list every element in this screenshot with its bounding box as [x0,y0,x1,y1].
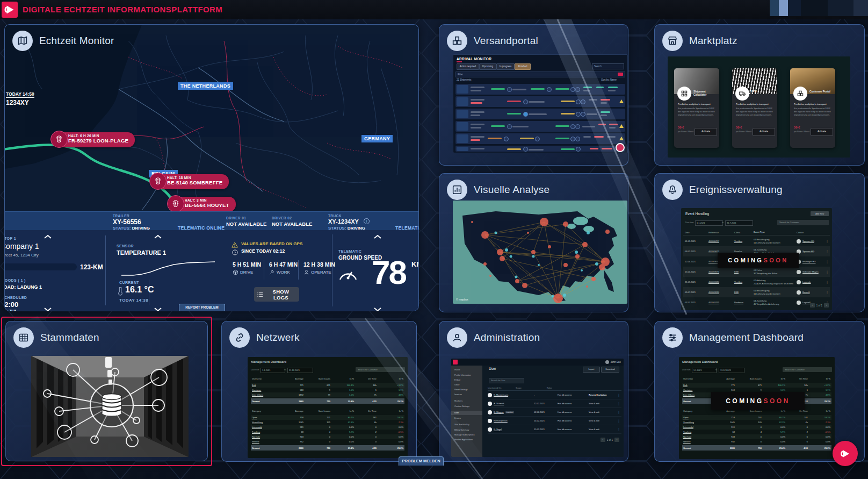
tab-finished[interactable]: Finished [515,63,531,70]
table-row[interactable]: Bulk771671100.1%34h+1.2% [251,383,404,388]
tile-administration[interactable]: Administration John Doe Home Profile Inf… [439,321,628,462]
table-row[interactable]: Vermittlung104510562.3%4h-7.3% [682,420,831,425]
table-row[interactable]: Inter Others1872791.5%7h4.8% [251,392,404,397]
tab-action-required[interactable]: Action required [457,63,479,70]
activate-button[interactable]: Activate [695,128,717,136]
table-row[interactable]: Open71820180.7%18118.3% [251,415,404,420]
app-card-ptv[interactable]: PTV Predictive analytics in transport Fü… [732,68,777,148]
table-row[interactable]: Container51891.0%11.1% [251,388,404,392]
chevron-down-icon[interactable] [154,304,162,311]
search-input[interactable]: Search for User [489,378,524,383]
kebab-menu-icon[interactable]: ⋮ [617,410,621,414]
chevron-down-icon[interactable] [44,304,52,311]
search-input[interactable]: Search for Customer [777,220,829,225]
tile-management-dashboard[interactable]: Management Dashboard Management Dashboar… [654,321,865,462]
event-row[interactable]: 21.05.2021400003680Vestibus02 Abholung20… [683,277,830,287]
pagination[interactable]: ‹1 of 1› [810,303,829,308]
stop-badge[interactable]: HALT: 18 MIN BE-5140 SOMBREFFE [151,174,229,189]
shipment-row[interactable] [455,133,625,144]
import-button[interactable]: Import [583,367,600,373]
user-row[interactable]: B. Wagnerinactive02.02.2021Has db access… [488,408,621,417]
tab-upcoming[interactable]: Upcoming [479,63,496,70]
search-input[interactable]: Search for Customer [356,367,405,372]
chevron-down-icon[interactable] [373,304,382,311]
admin-screenshot[interactable]: John Doe Home Profile Information E-Mail… [451,359,624,457]
notification-badge[interactable] [616,143,625,152]
table-row[interactable]: Normale94300.0%00.0% [251,434,404,439]
kebab-menu-icon[interactable]: ⋮ [617,419,621,423]
filter-bar[interactable]: Filter [455,72,625,77]
kebab-menu-icon[interactable]: ⋮ [617,402,621,405]
activate-button[interactable]: Activate [811,128,833,136]
tile-marktplatz[interactable]: Marktplatz Shipment Calculator Predictiv… [654,24,865,166]
tile-ereignissverwaltung[interactable]: Ereignissverwaltung Event Handling Add N… [654,173,865,312]
filter-icon[interactable] [618,73,623,76]
kebab-menu-icon[interactable]: ⋮ [826,249,830,253]
kebab-menu-icon[interactable]: ⋮ [826,290,830,294]
tile-stammdaten[interactable]: Stammdaten [5,321,208,461]
event-row[interactable]: 01.01.2021400000297Vestibus01 Beauftragu… [683,236,830,246]
app-card-customer-portal[interactable]: Customer Portal Predictive analytics in … [790,68,835,148]
show-logs-button[interactable]: SHOW LOGS [254,287,299,302]
shipment-row[interactable] [455,84,625,95]
date-from-input[interactable]: 1.1.2021 [692,368,717,373]
activate-button[interactable]: Activate [753,128,775,136]
info-icon[interactable]: i [364,218,370,224]
stop-badge[interactable]: HALT: 6 H 26 MIN FR-59279 LOON-PLAGE [52,132,135,147]
kebab-menu-icon[interactable]: ⋮ [826,260,830,263]
event-row[interactable]: 05.07.2021400003810BSB01 Beauftragung11 … [683,287,830,297]
shipment-row[interactable] [455,96,625,107]
sort-control[interactable]: Sort by: Name [601,78,617,81]
table-row[interactable]: Intermodal91900.0%00.0% [251,425,404,430]
app-card-shipment-calculator[interactable]: Shipment Calculator Predictive analytics… [674,68,719,148]
search-input[interactable]: Search [592,63,624,69]
event-row[interactable]: 15.04.2021400003671BSB03 Fähre30 Verspät… [683,267,830,277]
report-problem-button[interactable]: REPORT PROBLEM [179,304,225,311]
user-menu[interactable]: John Doe [605,360,621,364]
date-to-input[interactable]: 31.12.2021 [287,368,313,373]
tile-versandportal[interactable]: Versandportal ARRIVAL MONITOR Action req… [439,24,628,166]
date-from-input[interactable]: 1.1.2021 [261,368,285,373]
event-row[interactable]: 07.07.2021400003155Bordeaux04 Zustellung… [683,297,830,308]
shipment-row[interactable] [455,109,625,119]
user-row[interactable]: K. Vogel15.02.2021Has db accessView & ed… [488,425,621,434]
chevron-up-icon[interactable] [44,231,52,241]
management-dashboard-screenshot[interactable]: Management Dashboard Date from 1.1.2021 … [248,357,408,458]
tile-visuelle-analyse[interactable]: Visuelle Analyse © mapbox [439,173,628,312]
shipment-row[interactable] [455,146,625,152]
tile-echtzeit-monitor[interactable]: TODAY 14:50 1234XY THE NETHERLANDS BELGI… [4,24,419,311]
stop-badge[interactable]: HALT: 3 MIN BE-5564 HOUYET [169,197,236,212]
date-to-input[interactable]: 31.12.2021 [719,368,744,373]
table-row[interactable]: Weitere93200.0%00.0% [682,439,831,444]
table-row[interactable]: Open71820180.7%18118.3% [682,415,831,420]
user-row[interactable]: K. Mustermann-Has db accessResend Invita… [488,391,621,399]
kebab-menu-icon[interactable]: ⋮ [826,239,830,243]
drip-fab-button[interactable] [833,441,858,466]
tab-in-progress[interactable]: In progress [496,63,515,70]
search-input[interactable]: Search for Customer [783,367,832,372]
kebab-menu-icon[interactable]: ⋮ [826,280,830,284]
chevron-up-icon[interactable] [154,231,162,241]
user-row[interactable]: Kontaktperson14.02.2021Has db accessView… [488,417,621,425]
kebab-menu-icon[interactable]: ⋮ [826,270,830,274]
shipment-row[interactable] [455,121,625,132]
arrival-monitor-screenshot[interactable]: ARRIVAL MONITOR Action required Upcoming… [453,54,628,153]
kebab-menu-icon[interactable]: ⋮ [617,427,621,431]
table-row[interactable]: Normale94300.0%00.0% [682,434,831,439]
problem-melden-button[interactable]: PROBLEM MELDEN [399,456,444,466]
drip-logo-icon[interactable] [2,2,18,18]
table-row[interactable]: Intermodal91900.0%00.0% [682,425,831,430]
table-row[interactable]: Weitere93200.0%00.0% [251,439,404,444]
tile-netzwerk[interactable]: Netzwerk Management Dashboard Date from … [221,321,417,462]
download-button[interactable]: Download [601,367,619,373]
add-new-button[interactable]: Add New [811,211,829,216]
kebab-menu-icon[interactable]: ⋮ [617,393,621,397]
table-row[interactable]: Tracking6845.9%2-0.5% [251,430,404,434]
user-row[interactable]: A. Schmidt12.02.2021Has db accessView & … [488,399,621,408]
table-row[interactable]: Vermittlung104510562.3%4h-7.3% [251,420,404,425]
pagination[interactable]: ‹1 of 1› [601,438,619,442]
chevron-up-icon[interactable] [373,231,382,241]
table-row[interactable]: Tracking6845.9%2-0.5% [682,430,831,434]
date-to-input[interactable]: 31.7.2021 [725,220,753,226]
sidebar-item-user-active[interactable]: User [451,411,482,415]
